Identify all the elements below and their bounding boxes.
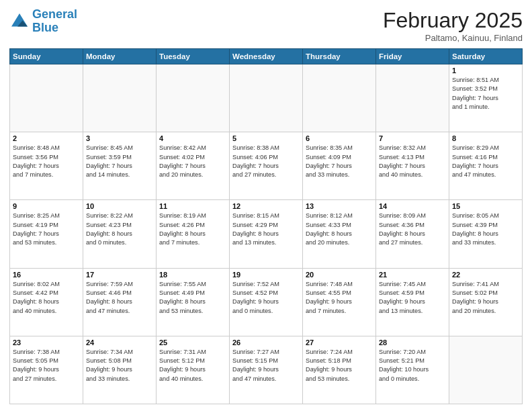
calendar-cell: 21Sunrise: 7:45 AM Sunset: 4:59 PM Dayli… [376,268,449,336]
calendar-cell: 17Sunrise: 7:59 AM Sunset: 4:46 PM Dayli… [83,268,157,336]
day-number: 1 [452,66,519,75]
calendar-cell [376,64,449,132]
day-info: Sunrise: 8:51 AM Sunset: 3:52 PM Dayligh… [452,76,519,111]
calendar-cell [449,336,523,404]
calendar-cell: 14Sunrise: 8:09 AM Sunset: 4:36 PM Dayli… [376,200,449,268]
logo-icon [9,11,30,32]
calendar-cell: 19Sunrise: 7:52 AM Sunset: 4:52 PM Dayli… [230,268,303,336]
day-number: 5 [232,134,300,142]
calendar-cell: 20Sunrise: 7:48 AM Sunset: 4:55 PM Dayli… [303,268,376,336]
day-info: Sunrise: 8:19 AM Sunset: 4:26 PM Dayligh… [159,212,226,247]
day-info: Sunrise: 7:38 AM Sunset: 5:05 PM Dayligh… [13,348,80,383]
day-info: Sunrise: 8:45 AM Sunset: 3:59 PM Dayligh… [86,144,153,179]
week-row: 1Sunrise: 8:51 AM Sunset: 3:52 PM Daylig… [10,64,523,132]
week-row: 2Sunrise: 8:48 AM Sunset: 3:56 PM Daylig… [10,132,523,200]
calendar-cell: 5Sunrise: 8:38 AM Sunset: 4:06 PM Daylig… [230,132,303,200]
calendar-cell [303,64,376,132]
page: General Blue February 2025 Paltamo, Kain… [0,0,532,411]
day-info: Sunrise: 8:22 AM Sunset: 4:23 PM Dayligh… [86,212,153,247]
logo-general: General [32,7,77,21]
day-info: Sunrise: 8:35 AM Sunset: 4:09 PM Dayligh… [306,144,373,179]
location: Paltamo, Kainuu, Finland [383,33,523,43]
calendar-cell: 13Sunrise: 8:12 AM Sunset: 4:33 PM Dayli… [303,200,376,268]
calendar-cell: 15Sunrise: 8:05 AM Sunset: 4:39 PM Dayli… [449,200,523,268]
day-info: Sunrise: 7:20 AM Sunset: 5:21 PM Dayligh… [379,348,446,383]
day-info: Sunrise: 8:02 AM Sunset: 4:42 PM Dayligh… [13,280,80,316]
calendar-cell: 24Sunrise: 7:34 AM Sunset: 5:08 PM Dayli… [83,336,157,404]
day-number: 19 [232,271,300,279]
day-number: 17 [86,271,153,279]
day-number: 18 [159,271,226,279]
day-info: Sunrise: 7:24 AM Sunset: 5:18 PM Dayligh… [306,348,373,383]
calendar-cell: 26Sunrise: 7:27 AM Sunset: 5:15 PM Dayli… [230,336,303,404]
day-info: Sunrise: 7:52 AM Sunset: 4:52 PM Dayligh… [232,280,300,316]
weekday-header: Monday [83,49,157,64]
calendar-cell: 3Sunrise: 8:45 AM Sunset: 3:59 PM Daylig… [83,132,157,200]
weekday-header: Wednesday [230,49,303,64]
calendar-cell: 10Sunrise: 8:22 AM Sunset: 4:23 PM Dayli… [83,200,157,268]
day-info: Sunrise: 7:55 AM Sunset: 4:49 PM Dayligh… [159,280,226,316]
day-info: Sunrise: 7:31 AM Sunset: 5:12 PM Dayligh… [159,348,226,383]
weekday-header: Sunday [10,49,83,64]
calendar-cell [10,64,83,132]
day-number: 22 [452,271,519,279]
calendar-cell: 11Sunrise: 8:19 AM Sunset: 4:26 PM Dayli… [157,200,230,268]
day-info: Sunrise: 8:09 AM Sunset: 4:36 PM Dayligh… [379,212,446,247]
logo-text: General Blue [32,8,77,35]
day-number: 10 [86,202,153,210]
day-number: 8 [452,134,519,142]
calendar-cell: 1Sunrise: 8:51 AM Sunset: 3:52 PM Daylig… [449,64,523,132]
day-info: Sunrise: 8:25 AM Sunset: 4:19 PM Dayligh… [13,212,80,247]
month-title: February 2025 [383,8,523,33]
day-number: 3 [86,134,153,142]
week-row: 23Sunrise: 7:38 AM Sunset: 5:05 PM Dayli… [10,336,523,404]
day-info: Sunrise: 7:48 AM Sunset: 4:55 PM Dayligh… [306,280,373,316]
week-row: 16Sunrise: 8:02 AM Sunset: 4:42 PM Dayli… [10,268,523,336]
calendar-cell: 22Sunrise: 7:41 AM Sunset: 5:02 PM Dayli… [449,268,523,336]
header: General Blue February 2025 Paltamo, Kain… [9,8,523,43]
day-number: 27 [306,338,373,347]
day-number: 4 [159,134,226,142]
calendar-cell: 18Sunrise: 7:55 AM Sunset: 4:49 PM Dayli… [157,268,230,336]
day-number: 16 [13,271,80,279]
title-block: February 2025 Paltamo, Kainuu, Finland [383,8,523,43]
day-info: Sunrise: 7:34 AM Sunset: 5:08 PM Dayligh… [86,348,153,383]
weekday-header: Thursday [303,49,376,64]
logo-blue: Blue [32,21,58,34]
calendar-cell: 9Sunrise: 8:25 AM Sunset: 4:19 PM Daylig… [10,200,83,268]
calendar-cell: 8Sunrise: 8:29 AM Sunset: 4:16 PM Daylig… [449,132,523,200]
day-info: Sunrise: 8:05 AM Sunset: 4:39 PM Dayligh… [452,212,519,247]
calendar-cell: 25Sunrise: 7:31 AM Sunset: 5:12 PM Dayli… [157,336,230,404]
day-info: Sunrise: 8:38 AM Sunset: 4:06 PM Dayligh… [232,144,300,179]
calendar-cell [157,64,230,132]
weekday-header: Tuesday [157,49,230,64]
day-number: 14 [379,202,446,210]
weekday-header-row: SundayMondayTuesdayWednesdayThursdayFrid… [10,49,523,64]
calendar-cell: 16Sunrise: 8:02 AM Sunset: 4:42 PM Dayli… [10,268,83,336]
day-info: Sunrise: 8:15 AM Sunset: 4:29 PM Dayligh… [232,212,300,247]
day-number: 11 [159,202,226,210]
day-number: 28 [379,338,446,347]
day-number: 24 [86,338,153,347]
day-number: 6 [306,134,373,142]
calendar-cell: 12Sunrise: 8:15 AM Sunset: 4:29 PM Dayli… [230,200,303,268]
day-info: Sunrise: 7:59 AM Sunset: 4:46 PM Dayligh… [86,280,153,316]
day-number: 21 [379,271,446,279]
calendar-cell: 7Sunrise: 8:32 AM Sunset: 4:13 PM Daylig… [376,132,449,200]
weekday-header: Friday [376,49,449,64]
day-number: 23 [13,338,80,347]
day-info: Sunrise: 8:12 AM Sunset: 4:33 PM Dayligh… [306,212,373,247]
calendar-cell: 23Sunrise: 7:38 AM Sunset: 5:05 PM Dayli… [10,336,83,404]
day-info: Sunrise: 8:29 AM Sunset: 4:16 PM Dayligh… [452,144,519,179]
calendar-cell: 6Sunrise: 8:35 AM Sunset: 4:09 PM Daylig… [303,132,376,200]
calendar-cell [83,64,157,132]
day-info: Sunrise: 7:45 AM Sunset: 4:59 PM Dayligh… [379,280,446,316]
day-number: 20 [306,271,373,279]
day-info: Sunrise: 8:42 AM Sunset: 4:02 PM Dayligh… [159,144,226,179]
day-number: 2 [13,134,80,142]
day-info: Sunrise: 7:41 AM Sunset: 5:02 PM Dayligh… [452,280,519,316]
day-number: 9 [13,202,80,210]
day-info: Sunrise: 7:27 AM Sunset: 5:15 PM Dayligh… [232,348,300,383]
day-number: 15 [452,202,519,210]
calendar-table: SundayMondayTuesdayWednesdayThursdayFrid… [9,48,523,404]
